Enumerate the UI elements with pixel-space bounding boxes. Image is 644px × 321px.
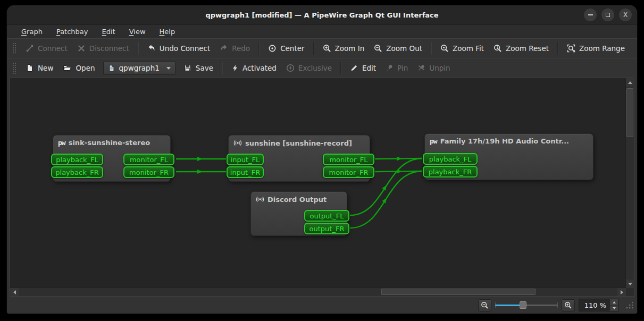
connect-button: Connect	[21, 41, 72, 56]
patchbay-file-value: qpwgraph1	[119, 64, 160, 72]
new-button[interactable]: New	[21, 61, 58, 75]
stream-icon	[233, 139, 242, 147]
patchbay-file-combobox[interactable]: qpwgraph1	[103, 61, 175, 75]
zoom-slider-track[interactable]	[523, 305, 558, 306]
zoom-range-icon	[567, 44, 575, 53]
undo-connect-button[interactable]: Undo Connect	[143, 41, 215, 56]
zoom-reset-icon: 1	[494, 44, 502, 53]
new-file-icon	[26, 64, 34, 72]
horizontal-scrollbar-thumb[interactable]	[381, 289, 536, 295]
menu-help[interactable]: Help	[154, 26, 181, 37]
port-playback_FR[interactable]: playback_FR	[51, 166, 103, 178]
minimize-icon	[588, 14, 593, 15]
disconnect-icon	[77, 44, 86, 53]
maximize-icon	[606, 13, 610, 17]
node-sink-sunshine-stereo[interactable]: pw sink-sunshine-stereo playback_FL play…	[53, 135, 171, 182]
menu-view[interactable]: View	[123, 26, 152, 37]
connection-wires	[10, 78, 626, 288]
vertical-scrollbar-thumb[interactable]	[626, 88, 633, 137]
port-monitor_FL[interactable]: monitor_FL	[123, 154, 174, 165]
titlebar[interactable]: qpwgraph1 [modified] — A PipeWire Graph …	[7, 5, 637, 24]
open-button[interactable]: Open	[58, 61, 99, 75]
port-monitor_FR[interactable]: monitor_FR	[323, 166, 374, 178]
statusbar: 110 %	[7, 297, 637, 314]
stream-icon	[256, 195, 264, 204]
port-playback_FL[interactable]: playback_FL	[51, 154, 103, 165]
node-title: pw Family 17h/19h HD Audio Contr...	[425, 134, 593, 148]
menu-graph[interactable]: Graph	[15, 26, 48, 37]
zoom-out-button[interactable]: Zoom Out	[369, 41, 427, 56]
horizontal-scrollbar[interactable]	[10, 288, 626, 296]
patchbay-toolbar: New Open qpwgraph1 Save Activated	[7, 58, 637, 78]
zoom-percent-value: 110 %	[579, 301, 610, 309]
qpwgraph-window: qpwgraph1 [modified] — A PipeWire Graph …	[7, 5, 637, 314]
zoom-slider-track-filled[interactable]	[495, 305, 523, 306]
menubar: Graph Patchbay Edit View Help	[7, 24, 637, 38]
open-folder-icon	[63, 64, 72, 72]
zoom-reset-button[interactable]: 1 Zoom Reset	[489, 41, 554, 56]
center-button[interactable]: Center	[263, 41, 309, 56]
toolbar-separator	[313, 42, 314, 55]
activated-button[interactable]: Activated	[227, 61, 281, 75]
menu-edit[interactable]: Edit	[96, 26, 121, 37]
zoom-percent-spinbox[interactable]: 110 %	[579, 299, 619, 311]
connect-icon	[26, 44, 34, 53]
menu-patchbay[interactable]: Patchbay	[51, 26, 94, 37]
zoom-range-button[interactable]: Zoom Range	[562, 41, 630, 56]
node-discord-output[interactable]: Discord Output output_FL output_FR	[250, 191, 347, 236]
graph-canvas[interactable]: pw sink-sunshine-stereo playback_FL play…	[10, 78, 626, 288]
edit-pencil-icon	[350, 64, 358, 72]
zoom-in-icon	[564, 301, 572, 309]
scroll-down-button[interactable]	[626, 280, 634, 288]
port-output_FR[interactable]: output_FR	[304, 223, 349, 234]
exclusive-bolt-icon	[286, 64, 295, 72]
window-resize-grip[interactable]	[626, 301, 634, 309]
toolbar-separator	[557, 42, 558, 55]
port-monitor_FR[interactable]: monitor_FR	[123, 166, 174, 178]
unpin-icon	[417, 64, 425, 72]
statusbar-zoom-in-button[interactable]	[562, 299, 575, 311]
zoom-spin-up-button[interactable]	[610, 299, 618, 305]
toolbar-separator	[431, 42, 432, 55]
chevron-down-icon	[166, 67, 171, 70]
scroll-left-button[interactable]	[10, 288, 19, 296]
window-title: qpwgraph1 [modified] — A PipeWire Graph …	[205, 11, 438, 19]
zoom-spin-down-button[interactable]	[610, 305, 618, 311]
zoom-slider-handle[interactable]	[520, 301, 526, 309]
zoom-out-icon	[374, 44, 382, 53]
redo-button: Redo	[215, 41, 255, 56]
toolbar-drag-handle[interactable]	[12, 43, 16, 54]
graph-view-frame: pw sink-sunshine-stereo playback_FL play…	[10, 78, 634, 297]
port-input_FR[interactable]: input_FR	[227, 166, 264, 178]
vertical-scrollbar[interactable]	[625, 78, 634, 288]
maximize-button[interactable]	[601, 9, 614, 21]
zoom-fit-icon	[440, 44, 449, 53]
arrow-up-icon	[628, 81, 632, 84]
node-family-hd-audio[interactable]: pw Family 17h/19h HD Audio Contr... play…	[424, 133, 593, 180]
node-sunshine[interactable]: sunshine [sunshine-record] input_FL inpu…	[228, 135, 370, 182]
wire-arrow-icon	[197, 170, 203, 174]
toolbar-drag-handle[interactable]	[12, 62, 16, 74]
port-playback_FL[interactable]: playback_FL	[423, 153, 478, 165]
minimize-button[interactable]	[584, 9, 597, 21]
wire-arrow-icon	[397, 170, 402, 174]
exclusive-button: Exclusive	[281, 61, 337, 75]
graph-toolbar: Connect Disconnect Undo Connect Redo Cen…	[7, 38, 637, 58]
scroll-up-button[interactable]	[626, 78, 634, 87]
port-output_FL[interactable]: output_FL	[304, 210, 349, 222]
statusbar-zoom-out-button[interactable]	[478, 299, 491, 311]
patchbay-file-icon	[108, 64, 115, 72]
edit-button[interactable]: Edit	[345, 61, 381, 75]
zoom-slider[interactable]	[495, 301, 558, 309]
pin-icon	[386, 64, 394, 72]
close-button[interactable]: X	[619, 9, 632, 21]
port-playback_FR[interactable]: playback_FR	[423, 166, 478, 178]
save-button[interactable]: Save	[179, 61, 218, 75]
scroll-right-button[interactable]	[617, 288, 626, 296]
activated-bolt-icon	[231, 64, 239, 72]
zoom-in-button[interactable]: Zoom In	[318, 41, 370, 56]
port-input_FL[interactable]: input_FL	[227, 154, 264, 165]
unpin-button: Unpin	[413, 61, 455, 75]
port-monitor_FL[interactable]: monitor_FL	[323, 154, 374, 165]
zoom-fit-button[interactable]: Zoom Fit	[436, 41, 489, 56]
